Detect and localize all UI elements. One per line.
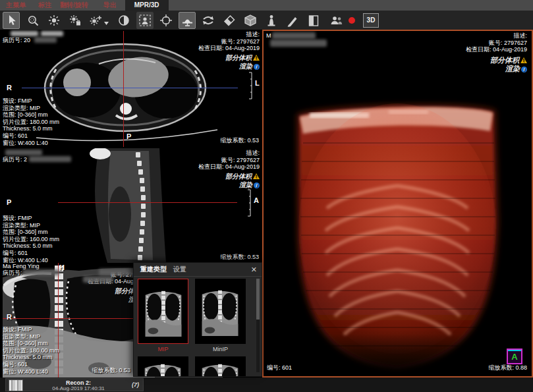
warning-icon xyxy=(520,57,527,63)
volume-study-header: 描述: 账号: 2797627 检查日期: 04-Aug-2019 部分体积 渲… xyxy=(466,32,527,72)
scale-ruler xyxy=(246,188,252,218)
recon-option-mip[interactable] xyxy=(138,279,188,344)
partial-volume-indicator[interactable]: 部分体积 xyxy=(466,57,527,64)
pointer-tool-button[interactable] xyxy=(3,12,20,29)
orientation-right: L xyxy=(255,79,260,87)
redacted-overlay xyxy=(83,276,113,283)
render-indicator[interactable]: 渲染 xyxy=(198,63,260,70)
redacted-mrn xyxy=(270,40,327,47)
close-icon[interactable]: ✕ xyxy=(251,266,257,273)
dialog-header: 重建类型 设置 ✕ xyxy=(134,263,262,277)
mrn-text: 病历号: 20 xyxy=(3,37,30,44)
axial-crosshair-horizontal[interactable] xyxy=(22,88,238,88)
redacted-mrn xyxy=(29,156,71,162)
render-indicator[interactable]: 渲染 xyxy=(466,65,527,72)
info-icon xyxy=(254,64,260,70)
swap-tool-button[interactable] xyxy=(200,12,217,29)
panel-tool-button[interactable] xyxy=(305,12,322,29)
menu-export[interactable]: 导出 xyxy=(103,1,117,10)
3d-tool-button[interactable]: 3D xyxy=(363,13,379,28)
brightness-tool-button[interactable] xyxy=(45,12,63,29)
axial-crosshair-vertical[interactable] xyxy=(123,31,124,147)
orientation-left: R xyxy=(7,313,12,321)
menu-annotate[interactable]: 标注 xyxy=(38,1,51,10)
scrollbar-thumb[interactable] xyxy=(256,279,260,320)
sagittal-crosshair-horizontal[interactable] xyxy=(58,202,237,203)
pen-icon xyxy=(285,13,300,28)
recon-thumbnail-image xyxy=(142,359,183,376)
window-adjust-tool-button[interactable] xyxy=(88,12,111,29)
body-tool-button[interactable] xyxy=(263,12,280,29)
recon-option-partial[interactable] xyxy=(195,356,246,376)
volume-render-image xyxy=(264,31,532,376)
window-preset-tool-button[interactable] xyxy=(67,12,84,29)
menu-main[interactable]: 主菜单 xyxy=(6,1,26,10)
zoom-factor: 缩放系数: 0.88 xyxy=(488,364,527,372)
zoom-factor: 缩放系数: 0.53 xyxy=(220,254,259,261)
orientation-left: P xyxy=(7,198,11,206)
info-icon xyxy=(254,182,260,188)
viewport-axial[interactable]: 病历号: 20 描述: 账号: 2797627 检查日期: 04-Aug-201… xyxy=(0,30,262,148)
orientation-left: R xyxy=(7,84,12,92)
sun-plus-dropdown-icon xyxy=(88,13,111,28)
cube-tool-button[interactable] xyxy=(242,12,259,29)
half-panel-icon xyxy=(306,13,321,28)
recon-option-mip-label[interactable]: MIP xyxy=(138,346,188,352)
series-card-recon2[interactable]: Recon 2: 04-Aug-2019 17:40:31 (7) xyxy=(5,378,144,391)
sagittal-render-info: 预设: FMIP 渲染类型: MIP 范围: [0-360] mm 切片位置: … xyxy=(3,215,59,263)
tab-settings[interactable]: 设置 xyxy=(173,265,186,274)
cube-icon xyxy=(243,13,258,28)
viewport-3d-volume[interactable]: M 描述: 账号: 2797627 检查日期: 04-Aug-2019 部分体积… xyxy=(262,30,533,378)
record-indicator xyxy=(346,12,358,29)
sun-hand-icon xyxy=(68,13,82,28)
partial-volume-indicator[interactable]: 部分体积 xyxy=(198,173,260,181)
tab-recon-type[interactable]: 重建类型 xyxy=(140,265,167,274)
dialog-scrollbar[interactable] xyxy=(256,279,260,372)
description-label: 描述: xyxy=(198,150,260,157)
redacted-patient-name xyxy=(5,150,42,155)
eraser-tool-button[interactable] xyxy=(221,12,238,29)
orientation-bottom: P xyxy=(126,132,131,140)
mip-thumbnail-image xyxy=(143,286,184,337)
mpr-tool-button[interactable] xyxy=(179,12,196,29)
coronal-render-info: 预设: FMIP 渲染类型: MIP 范围: [0-360] mm 切片位置: … xyxy=(3,326,59,375)
redacted-mrn xyxy=(34,37,57,43)
account-number: 账号: 2797627 xyxy=(466,40,527,47)
redacted-mrn xyxy=(22,269,59,275)
toolbar: 3D xyxy=(0,11,533,30)
recon-thumbnail-image xyxy=(200,359,240,376)
zoom-factor: 缩放系数: 0.53 xyxy=(220,137,259,144)
mpr-3d-workstation: 主菜单 标注 翻转/旋转 导出 MPR/3D xyxy=(0,0,533,392)
recon-option-minip[interactable] xyxy=(195,279,246,344)
axial-render-info: 预设: FMIP 渲染类型: MIP 范围: [0-360] mm 切片位置: … xyxy=(3,98,59,146)
orientation-cube-letter: A xyxy=(511,352,517,361)
account-number: 账号: 2797627 xyxy=(198,157,260,164)
recon-option-partial[interactable] xyxy=(138,356,188,376)
swap-arrows-icon xyxy=(201,13,215,28)
orientation-cube[interactable]: A xyxy=(507,349,522,364)
patient-name: Ma Feng Ying xyxy=(3,263,40,270)
recon-option-minip-label[interactable]: MinIP xyxy=(195,346,246,352)
fit-view-tool-button[interactable] xyxy=(136,12,154,29)
menu-flip-rotate[interactable]: 翻转/旋转 xyxy=(60,1,88,10)
statue-icon xyxy=(264,13,279,28)
series-thumbnail xyxy=(9,379,23,391)
series-bar: Recon 2: 04-Aug-2019 17:40:31 (7) xyxy=(0,378,533,392)
mrn-text: 病历号: 2 xyxy=(3,156,27,163)
orientation-top: H xyxy=(59,264,65,271)
viewport-sagittal[interactable]: 病历号: 2 描述: 账号: 2797627 检查日期: 04-Aug-2019… xyxy=(0,148,262,263)
pen-tool-button[interactable] xyxy=(284,12,301,29)
tab-mpr-3d[interactable]: MPR/3D xyxy=(125,0,169,11)
menu-bar: 主菜单 标注 翻转/旋转 导出 MPR/3D xyxy=(0,0,533,11)
sagittal-study-header: 描述: 账号: 2797627 检查日期: 04-Aug-2019 部分体积 渲… xyxy=(198,150,260,189)
invert-tool-button[interactable] xyxy=(115,12,132,29)
partial-volume-indicator[interactable]: 部分体积 xyxy=(198,54,260,62)
zoom-tool-button[interactable] xyxy=(24,12,42,29)
eraser-icon xyxy=(222,13,237,28)
crosshair-tool-button[interactable] xyxy=(157,12,175,29)
series-count: (7) xyxy=(132,381,139,388)
person-frame-icon xyxy=(138,13,152,28)
warning-icon xyxy=(253,173,260,179)
3d-tool-label: 3D xyxy=(367,16,376,24)
collaboration-tool-button[interactable] xyxy=(328,12,345,29)
